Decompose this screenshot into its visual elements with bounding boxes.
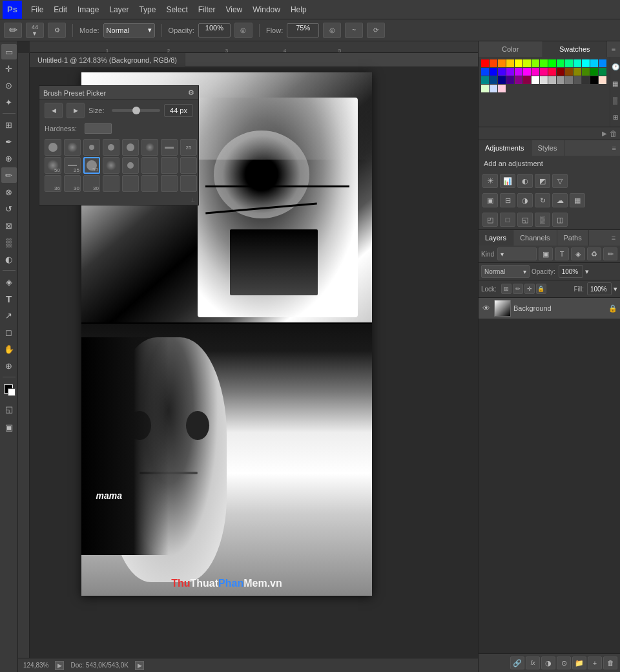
- brush-preset-1[interactable]: [45, 139, 61, 156]
- adj-bw[interactable]: ◑: [517, 193, 533, 207]
- swatch[interactable]: [498, 76, 506, 84]
- size-slider[interactable]: [112, 109, 160, 112]
- tab-color[interactable]: Color: [479, 41, 543, 57]
- opacity-input[interactable]: 100%: [198, 23, 231, 37]
- adj-levels[interactable]: 📊: [500, 174, 515, 188]
- menu-layer[interactable]: Layer: [104, 3, 134, 17]
- icon-history[interactable]: 🕐: [608, 59, 621, 74]
- tool-history-brush[interactable]: ↺: [1, 201, 17, 216]
- swatches-menu[interactable]: ≡: [607, 41, 620, 57]
- swatch[interactable]: [490, 85, 497, 92]
- swatch[interactable]: [506, 76, 514, 84]
- swatch[interactable]: [532, 59, 539, 67]
- adj-photo-filter[interactable]: ↻: [535, 193, 550, 207]
- brush-preset-9[interactable]: 50: [45, 157, 61, 174]
- brush-preset-16[interactable]: [180, 157, 197, 174]
- swatch[interactable]: [574, 68, 581, 76]
- adj-menu[interactable]: ≡: [608, 140, 620, 156]
- swatch[interactable]: [590, 68, 598, 76]
- adj-channel-mixer[interactable]: ☁: [552, 193, 568, 207]
- swatch[interactable]: [574, 59, 581, 67]
- lock-all[interactable]: 🔒: [536, 284, 546, 294]
- adj-curves[interactable]: ◐: [517, 174, 533, 188]
- adj-collapse[interactable]: ▶: [602, 130, 607, 137]
- swatch[interactable]: [540, 76, 548, 84]
- layer-group-btn[interactable]: 📁: [572, 656, 586, 669]
- swatch[interactable]: [582, 68, 590, 76]
- swatch[interactable]: [582, 76, 590, 84]
- tool-hand[interactable]: ✋: [1, 341, 17, 357]
- brush-size-btn[interactable]: 44▼: [26, 23, 44, 38]
- swatch[interactable]: [506, 68, 514, 76]
- tool-clone[interactable]: ⊗: [1, 184, 17, 200]
- adj-hsl[interactable]: ▣: [482, 193, 498, 207]
- status-arrow[interactable]: ▶: [55, 661, 64, 670]
- swatch[interactable]: [523, 68, 531, 76]
- tool-type[interactable]: T: [1, 291, 17, 306]
- tool-pen[interactable]: ◈: [1, 274, 17, 289]
- mode-dropdown[interactable]: Normal▾: [103, 23, 155, 37]
- layer-new-btn[interactable]: +: [588, 656, 602, 669]
- adj-brightness[interactable]: ☀: [482, 174, 498, 188]
- brush-preset-18[interactable]: 30: [64, 175, 81, 192]
- fill-value[interactable]: 100%: [587, 282, 612, 295]
- tool-zoom[interactable]: ⊕: [1, 358, 17, 373]
- lock-transparent[interactable]: ⊞: [501, 284, 512, 294]
- swatch[interactable]: [582, 59, 590, 67]
- swatch[interactable]: [548, 59, 556, 67]
- swatch[interactable]: [498, 85, 506, 92]
- swatch[interactable]: [498, 59, 506, 67]
- tool-shape[interactable]: ◻: [1, 324, 17, 340]
- kind-dropdown[interactable]: ▾: [497, 247, 537, 260]
- blend-mode-dropdown[interactable]: Normal▾: [481, 265, 530, 278]
- swatch[interactable]: [490, 68, 497, 76]
- adj-selective-color[interactable]: ◫: [552, 213, 568, 227]
- brush-preset-6[interactable]: [141, 139, 158, 156]
- tab-swatches[interactable]: Swatches: [543, 41, 608, 57]
- layer-icon3[interactable]: ◈: [571, 247, 585, 260]
- adj-vibrance[interactable]: ▽: [552, 174, 568, 188]
- brush-preset-22[interactable]: [141, 175, 158, 192]
- tab-layers[interactable]: Layers: [479, 230, 513, 246]
- brush-preset-24[interactable]: [180, 175, 197, 192]
- adj-exposure[interactable]: ◩: [535, 174, 550, 188]
- menu-window[interactable]: Window: [247, 3, 285, 17]
- menu-type[interactable]: Type: [134, 3, 161, 17]
- tool-move[interactable]: ✛: [1, 61, 17, 76]
- opacity-btn[interactable]: ◎: [234, 23, 253, 38]
- tab-styles[interactable]: Styles: [532, 140, 564, 156]
- tool-heal[interactable]: ⊕: [1, 151, 17, 166]
- menu-image[interactable]: Image: [72, 3, 104, 17]
- swatch[interactable]: [565, 59, 573, 67]
- tool-eraser[interactable]: ⊠: [1, 218, 17, 233]
- brush-preset-17[interactable]: 36: [45, 175, 61, 192]
- flow-btn[interactable]: ◎: [323, 23, 341, 38]
- icon-pattern[interactable]: ⊞: [608, 110, 621, 124]
- menu-filter[interactable]: Filter: [193, 3, 221, 17]
- adj-posterize[interactable]: □: [500, 213, 515, 227]
- menu-edit[interactable]: Edit: [48, 3, 72, 17]
- adj-threshold[interactable]: ◱: [517, 213, 533, 227]
- brush-shrink[interactable]: ◀: [45, 103, 63, 118]
- tool-brush[interactable]: ✏: [1, 167, 17, 183]
- swatch[interactable]: [599, 76, 606, 84]
- swatch[interactable]: [490, 76, 497, 84]
- tool-eyedropper[interactable]: ✒: [1, 134, 17, 149]
- swatch[interactable]: [532, 76, 539, 84]
- swatch[interactable]: [540, 68, 548, 76]
- brush-preset-21[interactable]: [122, 175, 139, 192]
- layers-menu[interactable]: ≡: [607, 234, 620, 242]
- status-nav[interactable]: ▶: [135, 661, 144, 670]
- swatch[interactable]: [599, 59, 606, 67]
- layer-icon5[interactable]: ✏: [603, 247, 617, 260]
- tab-paths[interactable]: Paths: [557, 230, 589, 246]
- swatch[interactable]: [548, 68, 556, 76]
- tab-channels[interactable]: Channels: [513, 230, 557, 246]
- brush-preset-14[interactable]: [141, 157, 158, 174]
- brush-preset-20[interactable]: [103, 175, 119, 192]
- brush-preset-2[interactable]: [64, 139, 81, 156]
- brush-grow[interactable]: ▶: [67, 103, 85, 118]
- adj-gradient-map[interactable]: ▒: [535, 213, 550, 227]
- swatch[interactable]: [490, 59, 497, 67]
- layer-icon4[interactable]: ♻: [587, 247, 601, 260]
